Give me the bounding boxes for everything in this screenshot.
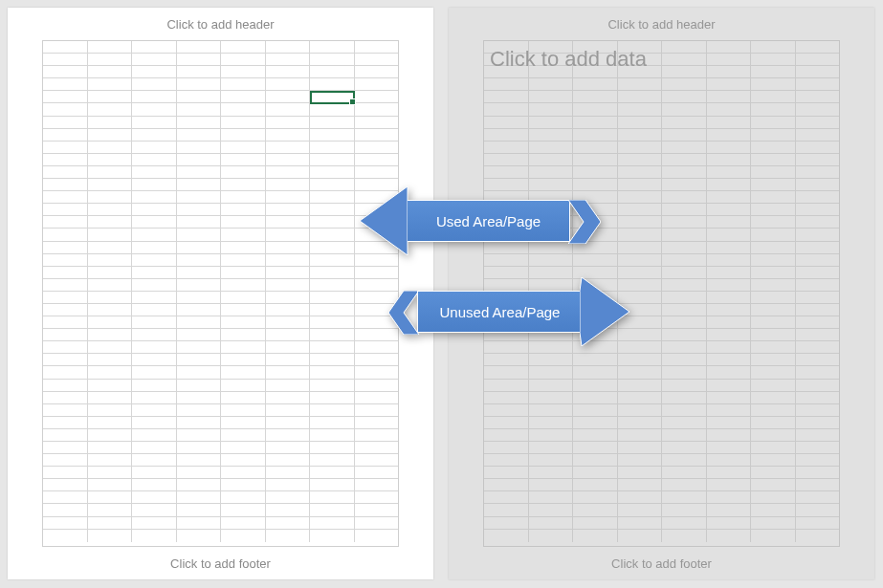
grid-cell[interactable] [355,354,399,365]
grid-cell[interactable] [707,329,752,340]
grid-cell[interactable] [221,204,266,215]
grid-cell[interactable] [266,216,311,228]
grid-cell[interactable] [796,117,840,128]
grid-cell[interactable] [132,417,177,428]
grid-cell[interactable] [484,54,529,65]
grid-cell[interactable] [177,66,222,77]
grid-cell[interactable] [618,479,663,490]
grid-cell[interactable] [221,467,266,478]
grid-cell[interactable] [43,242,88,253]
grid-cell[interactable] [221,479,266,490]
grid-cell[interactable] [88,179,133,190]
grid-cell[interactable] [751,292,796,303]
grid-cell[interactable] [573,417,618,428]
grid-cell[interactable] [484,442,529,453]
grid-cell[interactable] [573,392,618,403]
grid-cell[interactable] [662,304,707,316]
grid-cell[interactable] [618,366,663,378]
grid-cell[interactable] [529,504,574,515]
grid-cell[interactable] [88,467,133,478]
grid-cell[interactable] [132,103,177,115]
grid-cell[interactable] [132,78,177,90]
grid-cell[interactable] [177,380,222,391]
grid-cell[interactable] [796,341,840,353]
grid-cell[interactable] [355,429,399,441]
grid-cell[interactable] [618,242,663,253]
grid-cell[interactable] [529,166,574,178]
grid-cell[interactable] [796,354,840,365]
grid-cell[interactable] [266,380,311,391]
grid-cell[interactable] [618,216,663,228]
grid-cell[interactable] [266,66,311,77]
grid-cell[interactable] [618,267,663,278]
grid-cell[interactable] [707,517,752,529]
grid-cell[interactable] [221,454,266,466]
grid-cell[interactable] [177,103,222,115]
grid-cell[interactable] [484,129,529,141]
grid-cell[interactable] [221,191,266,203]
grid-cell[interactable] [796,154,840,165]
grid-cell[interactable] [707,279,752,291]
grid-cell[interactable] [796,103,840,115]
grid-cell[interactable] [310,204,355,215]
grid-cell[interactable] [662,191,707,203]
grid-cell[interactable] [132,166,177,178]
grid-cell[interactable] [43,267,88,278]
grid-cell[interactable] [662,78,707,90]
grid-cell[interactable] [707,392,752,403]
grid-cell[interactable] [132,404,177,416]
grid-cell[interactable] [177,504,222,515]
grid-cell[interactable] [132,41,177,53]
grid-cell[interactable] [796,216,840,228]
grid-cell[interactable] [177,392,222,403]
grid-cell[interactable] [88,66,133,77]
grid-cell[interactable] [310,366,355,378]
grid-cell[interactable] [177,454,222,466]
grid-cell[interactable] [43,316,88,328]
grid-cell[interactable] [88,504,133,515]
grid-cell[interactable] [751,380,796,391]
grid-cell[interactable] [266,254,311,266]
grid-cell[interactable] [751,304,796,316]
grid-cell[interactable] [355,254,399,266]
grid-cell[interactable] [43,392,88,403]
grid-cell[interactable] [310,229,355,240]
grid-cell[interactable] [707,479,752,490]
grid-cell[interactable] [310,216,355,228]
grid-cell[interactable] [88,229,133,240]
grid-cell[interactable] [796,191,840,203]
grid-cell[interactable] [662,292,707,303]
grid-cell[interactable] [751,479,796,490]
grid-cell[interactable] [88,442,133,453]
grid-cell[interactable] [796,279,840,291]
grid-cell[interactable] [662,216,707,228]
grid-cell[interactable] [266,442,311,453]
grid-cell[interactable] [266,279,311,291]
grid-cell[interactable] [529,117,574,128]
grid-cell[interactable] [266,429,311,441]
grid-cell[interactable] [355,491,399,503]
grid-cell[interactable] [310,354,355,365]
grid-cell[interactable] [132,191,177,203]
footer-area-left[interactable]: Click to add footer [8,547,433,579]
grid-cell[interactable] [796,454,840,466]
grid-cell[interactable] [88,417,133,428]
grid-cell[interactable] [266,491,311,503]
grid-cell[interactable] [266,504,311,515]
grid-cell[interactable] [573,154,618,165]
grid-cell[interactable] [484,491,529,503]
grid-cell[interactable] [177,242,222,253]
grid-cell[interactable] [529,366,574,378]
grid-cell[interactable] [221,103,266,115]
grid-cell[interactable] [310,142,355,153]
grid-cell[interactable] [751,429,796,441]
grid-cell[interactable] [796,479,840,490]
grid-cell[interactable] [484,91,529,102]
grid-cell[interactable] [484,117,529,128]
grid-cell[interactable] [529,91,574,102]
grid-cell[interactable] [573,91,618,102]
grid-cell[interactable] [132,216,177,228]
grid-cell[interactable] [618,103,663,115]
grid-cell[interactable] [573,354,618,365]
cell-grid-left[interactable] [42,40,399,547]
